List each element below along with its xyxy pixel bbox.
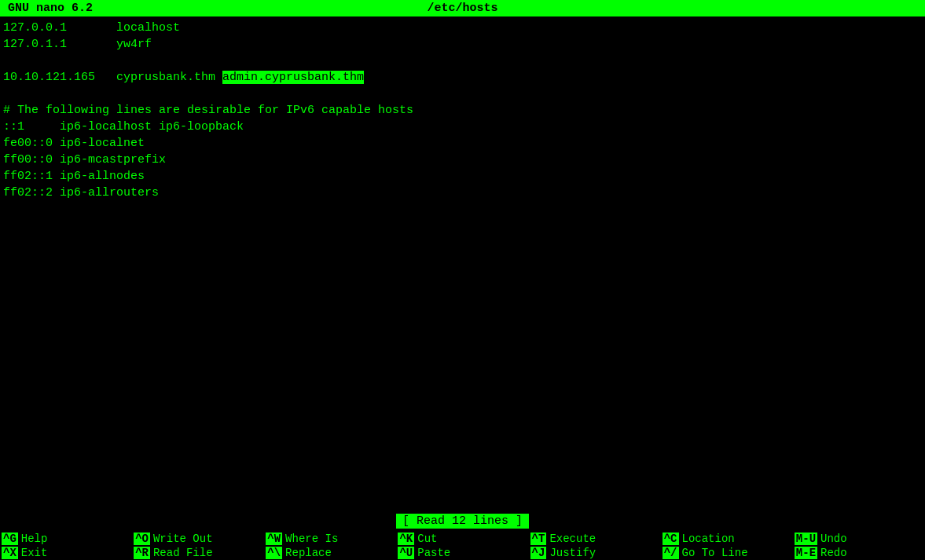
shortcut-label: Exit [21, 547, 48, 559]
shortcut-key: ^O [134, 533, 150, 545]
editor-line: fe00::0 ip6-localnet [0, 135, 925, 152]
shortcut-key: ^J [530, 547, 547, 559]
shortcut-item[interactable]: ^/Go To Line [661, 546, 793, 560]
shortcut-label: Read File [153, 547, 213, 559]
title-bar: GNU nano 6.2 /etc/hosts [0, 0, 925, 16]
highlighted-text: admin.cyprusbank.thm [222, 71, 364, 84]
shortcut-key: ^\ [266, 547, 282, 559]
shortcut-key: M-E [795, 547, 817, 559]
editor-line [0, 86, 925, 102]
status-bar: [ Read 12 lines ] [0, 512, 925, 532]
shortcut-label: Location [682, 533, 735, 545]
shortcut-item[interactable]: ^UPaste [396, 546, 528, 560]
shortcut-label: Justify [549, 547, 596, 559]
editor-line [0, 53, 925, 69]
shortcut-key: ^C [663, 533, 679, 545]
shortcut-key: M-U [795, 533, 817, 545]
shortcut-key: ^W [266, 533, 282, 545]
editor-area[interactable]: 127.0.0.1 localhost127.0.1.1 yw4rf10.10.… [0, 16, 925, 512]
editor-line: 127.0.1.1 yw4rf [0, 36, 925, 53]
shortcut-item[interactable]: ^\Replace [264, 546, 396, 560]
shortcut-item[interactable]: ^GHelp [0, 532, 132, 546]
shortcut-label: Undo [820, 533, 847, 545]
shortcut-key: ^R [134, 547, 150, 559]
shortcut-label: Cut [417, 533, 437, 545]
shortcut-item[interactable]: ^TExecute [529, 532, 661, 546]
editor-line: ff02::1 ip6-allnodes [0, 168, 925, 185]
title-app: GNU nano 6.2 [8, 2, 311, 15]
title-filename: /etc/hosts [311, 2, 615, 15]
shortcut-key: ^T [530, 533, 547, 545]
editor-line: ff00::0 ip6-mcastprefix [0, 152, 925, 168]
shortcut-bar: ^GHelp^OWrite Out^WWhere Is^KCut^TExecut… [0, 532, 925, 560]
shortcut-key: ^X [2, 547, 18, 559]
shortcut-key: ^G [2, 533, 18, 545]
shortcut-label: Execute [549, 533, 596, 545]
shortcut-row-2: ^XExit^RRead File^\Replace^UPaste^JJusti… [0, 546, 925, 560]
shortcut-label: Replace [285, 547, 332, 559]
shortcut-key: ^U [398, 547, 414, 559]
shortcut-item[interactable]: ^CLocation [661, 532, 793, 546]
editor-line: ::1 ip6-localhost ip6-loopback [0, 119, 925, 135]
shortcut-label: Help [21, 533, 48, 545]
shortcut-label: Go To Line [682, 547, 748, 559]
shortcut-label: Paste [417, 547, 450, 559]
shortcut-key: ^K [398, 533, 414, 545]
shortcut-label: Where Is [285, 533, 338, 545]
editor-line: ff02::2 ip6-allrouters [0, 185, 925, 201]
status-message: [ Read 12 lines ] [396, 514, 529, 529]
shortcut-item[interactable]: ^OWrite Out [132, 532, 264, 546]
shortcut-item[interactable]: M-ERedo [793, 546, 925, 560]
editor-line: 10.10.121.165 cyprusbank.thm admin.cypru… [0, 69, 925, 86]
shortcut-item[interactable]: ^WWhere Is [264, 532, 396, 546]
shortcut-label: Write Out [153, 533, 213, 545]
shortcut-key: ^/ [663, 547, 679, 559]
editor-line: # The following lines are desirable for … [0, 102, 925, 119]
shortcut-item[interactable]: ^JJustify [529, 546, 661, 560]
shortcut-item[interactable]: ^RRead File [132, 546, 264, 560]
shortcut-item[interactable]: M-UUndo [793, 532, 925, 546]
editor-line: 127.0.0.1 localhost [0, 20, 925, 36]
shortcut-label: Redo [820, 547, 847, 559]
shortcut-item[interactable]: ^KCut [396, 532, 528, 546]
shortcut-row-1: ^GHelp^OWrite Out^WWhere Is^KCut^TExecut… [0, 532, 925, 546]
shortcut-item[interactable]: ^XExit [0, 546, 132, 560]
